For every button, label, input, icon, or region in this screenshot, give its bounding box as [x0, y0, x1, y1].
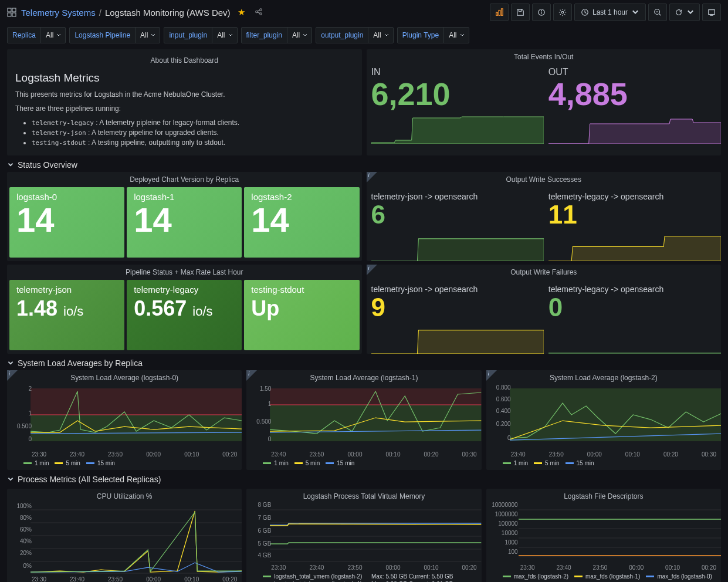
events-panel: Total Events In/Out IN 6,210 OUT 4,885	[367, 49, 722, 155]
info-icon[interactable]	[367, 172, 377, 182]
svg-line-19	[659, 14, 661, 16]
cpu-chart: CPU Utilization % 100% 80% 60% 40% 20% 0…	[7, 489, 242, 582]
stat-card: telemetry-legacy0.567 io/s	[127, 280, 242, 350]
svg-rect-2	[8, 13, 11, 16]
svg-point-5	[259, 8, 262, 11]
svg-rect-11	[501, 9, 503, 15]
breadcrumb-root[interactable]: Telemetry Systems	[21, 8, 96, 18]
svg-line-7	[258, 10, 260, 11]
pipeline-status-panel: Pipeline Status + Max Rate Last Hour tel…	[7, 265, 362, 354]
chart-legend: 1 min5 min15 min	[486, 458, 721, 466]
info-icon[interactable]	[486, 370, 497, 381]
svg-rect-23	[31, 388, 242, 415]
about-intro: This presents metrics for Logstash in th…	[15, 90, 354, 99]
chevron-down-icon	[7, 360, 14, 367]
svg-rect-0	[8, 8, 11, 12]
load-chart-1: System Load Average (logstash-1) 1.50 1 …	[246, 370, 481, 470]
stat-value: 6,210	[371, 77, 544, 111]
about-panel: About this Dashboard Logstash Metrics Th…	[7, 49, 362, 155]
var-pipeline[interactable]: Logstash PipelineAll	[69, 27, 160, 43]
write-success-panel: Output Write Successes telemetry-json ->…	[367, 172, 722, 261]
events-in: IN 6,210	[367, 65, 544, 144]
save-button[interactable]	[511, 4, 530, 21]
panel-title[interactable]: Pipeline Status + Max Rate Last Hour	[7, 265, 362, 280]
var-filter-plugin[interactable]: filter_pluginAll	[241, 27, 313, 43]
chevron-down-icon	[7, 161, 14, 168]
var-output-plugin[interactable]: output_pluginAll	[316, 27, 393, 43]
vmem-chart: Logstash Process Total Virtual Memory 8 …	[246, 489, 481, 582]
dashboard-icon	[7, 8, 16, 17]
svg-line-8	[258, 12, 260, 13]
svg-point-4	[255, 11, 258, 13]
variable-bar: ReplicaAll Logstash PipelineAll input_pl…	[0, 25, 728, 49]
svg-point-16	[561, 11, 564, 13]
events-out: OUT 4,885	[544, 65, 721, 144]
about-item: telemetry-json : A telemetry pipeline fo…	[32, 128, 354, 137]
svg-point-6	[259, 12, 262, 15]
breadcrumb-separator: /	[99, 8, 101, 18]
svg-rect-21	[709, 10, 715, 15]
panel-title[interactable]: Deployed Chart Version by Replica	[7, 172, 362, 187]
view-mode-button[interactable]	[702, 4, 721, 21]
stat-card: testing-stdoutUp	[244, 280, 359, 350]
chart-version-panel: Deployed Chart Version by Replica logsta…	[7, 172, 362, 261]
about-list: telemetry-legacy : A telemetry pipleine …	[15, 119, 354, 147]
time-range-picker[interactable]: Last 1 hour	[574, 4, 646, 21]
svg-rect-10	[499, 11, 500, 16]
breadcrumb-current: Logstash Monitoring (AWS Dev)	[105, 8, 231, 18]
svg-rect-1	[12, 8, 16, 12]
time-range-label: Last 1 hour	[592, 8, 628, 16]
about-subintro: There are three pipelines running:	[15, 104, 354, 113]
settings-button[interactable]	[553, 4, 572, 21]
about-item: telemetry-legacy : A telemetry pipleine …	[32, 119, 354, 127]
toolbar: Last 1 hour	[490, 4, 721, 21]
load-chart-0: System Load Average (logstash-0) 2 1 0.5…	[7, 370, 242, 470]
row-status-overview[interactable]: Status Overview	[0, 155, 728, 172]
sparkline-out	[548, 111, 721, 144]
stat-card: logstash-114	[127, 187, 242, 258]
breadcrumb: Telemetry Systems / Logstash Monitoring …	[21, 7, 263, 18]
chevron-down-icon	[7, 476, 14, 483]
row-process-metrics[interactable]: Process Metrics (All Selected Replicas)	[0, 470, 728, 486]
write-failures-panel: Output Write Failures telemetry-json -> …	[367, 265, 722, 354]
info-icon[interactable]	[246, 370, 257, 381]
info-icon[interactable]	[367, 265, 377, 275]
load-chart-2: System Load Average (logstash-2) 0.800 0…	[486, 370, 721, 470]
refresh-button[interactable]	[669, 4, 700, 21]
svg-point-15	[541, 11, 542, 11]
stat-card: logstash-014	[9, 187, 124, 258]
row-load-averages[interactable]: System Load Averages by Replica	[0, 354, 728, 370]
add-panel-button[interactable]	[490, 4, 509, 21]
info-icon[interactable]	[7, 370, 18, 381]
stat-value: 4,885	[548, 77, 721, 111]
var-replica[interactable]: ReplicaAll	[7, 27, 66, 43]
chart-legend: logstash_total_vmem (logstash-2) Max: 5.…	[246, 571, 481, 582]
chart-legend: max_fds (logstash-2) max_fds (logstash-1…	[486, 571, 721, 582]
stat-card: telemetry-json1.48 io/s	[9, 280, 124, 350]
chart-legend: 1 min5 min15 min	[246, 458, 481, 466]
svg-rect-9	[496, 12, 498, 15]
svg-rect-3	[12, 13, 16, 16]
about-heading: Logstash Metrics	[15, 72, 354, 84]
panel-title[interactable]: Total Events In/Out	[367, 49, 722, 65]
page-header: Telemetry Systems / Logstash Monitoring …	[0, 0, 728, 25]
panel-title[interactable]: Output Write Successes	[367, 172, 722, 187]
panel-title[interactable]: About this Dashboard	[15, 53, 354, 68]
var-plugin-type[interactable]: Plugin TypeAll	[397, 27, 469, 43]
zoom-out-button[interactable]	[648, 4, 667, 21]
svg-rect-12	[519, 9, 521, 12]
sparkline-in	[371, 111, 544, 144]
star-icon[interactable]: ★	[238, 7, 245, 18]
about-item: testing-stdout : A testing pipeline, out…	[32, 138, 354, 147]
var-input-plugin[interactable]: input_pluginAll	[164, 27, 237, 43]
info-button[interactable]	[532, 4, 551, 21]
chart-legend: 1 min5 min15 min	[7, 458, 242, 466]
panel-title[interactable]: Output Write Failures	[367, 265, 722, 280]
stat-card: logstash-214	[244, 187, 359, 258]
share-icon[interactable]	[255, 8, 263, 18]
fds-chart: Logstash File Descriptors 10000000 10000…	[486, 489, 721, 582]
